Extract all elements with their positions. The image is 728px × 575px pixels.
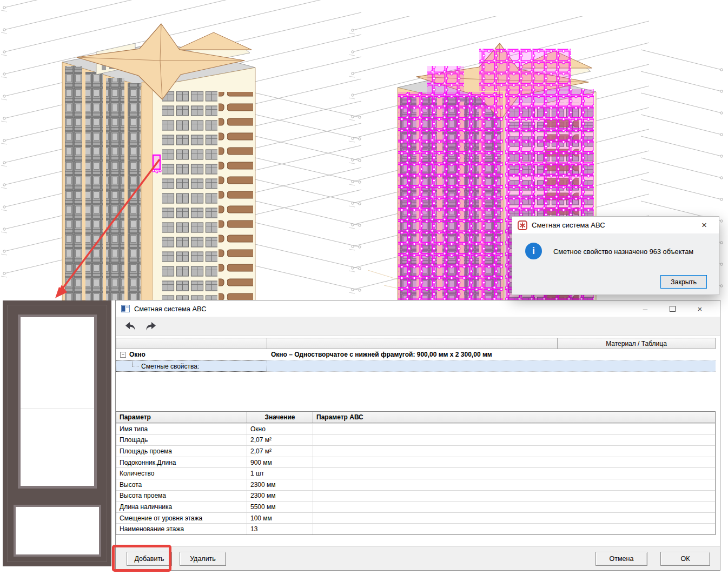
- param-value: 2,07 м²: [247, 446, 313, 457]
- tree-child-row-selected[interactable]: Сметные свойства:: [116, 360, 716, 372]
- header-value[interactable]: Значение: [247, 412, 313, 423]
- table-row[interactable]: Смещение от уровня этажа 100 мм: [116, 512, 715, 524]
- tree-header-row: Материал / Таблица: [116, 338, 716, 349]
- tree-header-empty-2: [267, 338, 558, 349]
- param-abc[interactable]: [313, 502, 715, 512]
- param-value: 900 мм: [247, 457, 313, 468]
- glass-divider-line: [21, 408, 94, 409]
- abc-main-window: Сметная система АВС – × Материал / Табли…: [115, 300, 720, 571]
- window-titlebar[interactable]: Сметная система АВС – ×: [116, 300, 720, 317]
- abc-app-icon: [518, 220, 527, 230]
- param-abc[interactable]: [313, 513, 715, 524]
- table-row[interactable]: Наименование этажа 13: [116, 523, 715, 534]
- param-value: 5500 мм: [247, 502, 313, 512]
- tree-child-cell[interactable]: Сметные свойства:: [116, 360, 267, 372]
- dialog-message: Сметное свойство назначено 963 объектам: [553, 248, 713, 256]
- param-value: 13: [247, 524, 313, 534]
- collapse-icon[interactable]: −: [120, 352, 126, 358]
- parameter-table: Параметр Значение Параметр АВС Имя типа …: [116, 411, 716, 535]
- table-row[interactable]: Площадь проема 2,07 м²: [116, 445, 715, 457]
- param-abc[interactable]: [313, 468, 715, 479]
- param-name: Имя типа: [116, 424, 247, 434]
- table-row[interactable]: Высота проема 2300 мм: [116, 490, 715, 502]
- table-row[interactable]: Количество 1 шт: [116, 467, 715, 479]
- screen: Сметная система АВС × i Сметное свойство…: [0, 0, 728, 575]
- param-name: Высота проема: [116, 491, 247, 502]
- param-value: 2300 мм: [247, 479, 313, 490]
- param-abc[interactable]: [313, 435, 715, 446]
- tree-header-material[interactable]: Материал / Таблица: [558, 338, 716, 349]
- maximize-icon[interactable]: [670, 306, 676, 312]
- button-strip: Добавить Удалить Отмена ОК: [116, 546, 720, 570]
- header-parameter[interactable]: Параметр: [116, 412, 247, 423]
- param-name: Количество: [116, 468, 247, 479]
- ok-button[interactable]: ОК: [660, 552, 710, 566]
- param-value: 2300 мм: [247, 491, 313, 502]
- table-row[interactable]: Имя типа Окно: [116, 423, 715, 434]
- tree-header-empty-1: [116, 338, 267, 349]
- minimize-icon[interactable]: –: [637, 304, 653, 313]
- table-row[interactable]: Высота 2300 мм: [116, 479, 715, 490]
- param-value: 1 шт: [247, 468, 313, 479]
- param-abc[interactable]: [313, 446, 715, 457]
- delete-button[interactable]: Удалить: [180, 552, 226, 566]
- table-row[interactable]: Подоконник.Длина 900 мм: [116, 457, 715, 468]
- left-building-3d-view[interactable]: [0, 0, 368, 300]
- param-value: 2,07 м²: [247, 435, 313, 446]
- toolbar: [116, 317, 720, 336]
- info-icon: i: [525, 243, 542, 259]
- window-elevation-detail: [3, 300, 111, 566]
- upper-sash-glass: [18, 315, 97, 489]
- header-parameter-abc[interactable]: Параметр АВС: [313, 412, 715, 423]
- table-header-row: Параметр Значение Параметр АВС: [116, 412, 715, 423]
- tree-branch-icon: [132, 362, 138, 367]
- undo-icon[interactable]: [124, 321, 137, 332]
- param-abc[interactable]: [313, 424, 715, 434]
- add-button-highlight: [112, 545, 171, 572]
- window-title: Сметная система АВС: [134, 305, 206, 313]
- param-name: Подоконник.Длина: [116, 457, 247, 468]
- param-name: Площадь проема: [116, 446, 247, 457]
- param-name: Длина наличника: [116, 502, 247, 512]
- info-dialog: Сметная система АВС × i Сметное свойство…: [512, 216, 719, 295]
- param-value: 100 мм: [247, 513, 313, 524]
- param-name: Площадь: [116, 435, 247, 446]
- param-abc[interactable]: [313, 479, 715, 490]
- dialog-title: Сметная система АВС: [532, 221, 605, 229]
- close-icon[interactable]: ×: [692, 304, 708, 313]
- dialog-titlebar[interactable]: Сметная система АВС ×: [512, 217, 719, 233]
- tree-root-type: Окно – Одностворчатое с нижней фрамугой:…: [271, 351, 492, 358]
- tree-child-label: Сметные свойства:: [141, 363, 199, 370]
- lower-transom-glass: [14, 505, 101, 557]
- tree-root-label: Окно: [129, 351, 145, 358]
- param-abc[interactable]: [313, 524, 715, 534]
- param-abc[interactable]: [313, 457, 715, 468]
- redo-icon[interactable]: [144, 321, 157, 332]
- window-app-icon: [121, 305, 130, 312]
- dialog-close-icon[interactable]: ×: [695, 220, 713, 231]
- param-name: Наименование этажа: [116, 524, 247, 534]
- param-name: Смещение от уровня этажа: [116, 513, 247, 524]
- dialog-body: i Сметное свойство назначено 963 объекта…: [512, 233, 719, 296]
- table-row[interactable]: Площадь 2,07 м²: [116, 434, 715, 446]
- cancel-button[interactable]: Отмена: [595, 552, 647, 566]
- param-name: Высота: [116, 479, 247, 490]
- param-value: Окно: [247, 424, 313, 434]
- table-row[interactable]: Длина наличника 5500 мм: [116, 501, 715, 512]
- tree-root-row[interactable]: − Окно Окно – Одностворчатое с нижней фр…: [116, 349, 716, 360]
- param-abc[interactable]: [313, 491, 715, 502]
- close-button[interactable]: Закрыть: [660, 275, 707, 289]
